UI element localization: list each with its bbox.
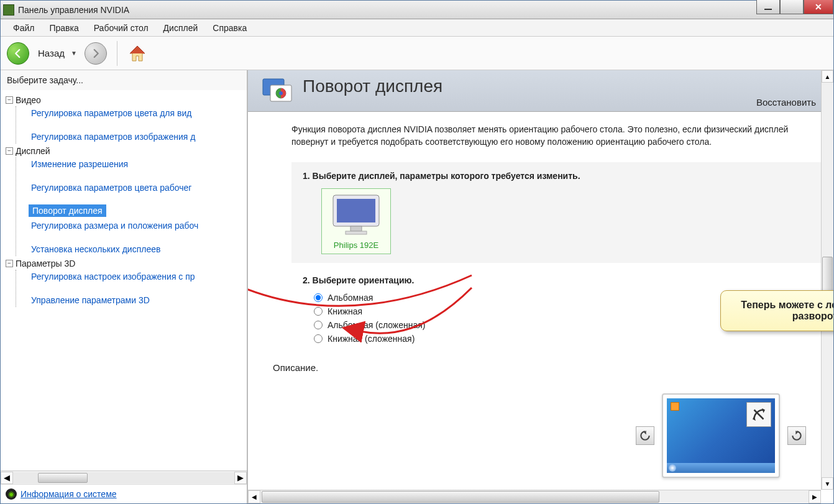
svg-point-3 (279, 91, 283, 95)
radio-label: Книжная (сложенная) (328, 334, 415, 344)
toolbar-separator (117, 41, 117, 66)
tree-item[interactable]: Изменение разрешения (29, 157, 247, 171)
arrow-left-icon (12, 48, 24, 59)
tree-item[interactable]: Регулировка параметров цвета рабочег (29, 181, 247, 195)
callout-text: Теперь можете с легкостью выполнить разв… (741, 300, 833, 321)
radio-label: Альбомная (328, 293, 373, 303)
step1-label: 1. Выберите дисплей, параметры которого … (303, 171, 817, 181)
menu-file[interactable]: Файл (6, 21, 42, 35)
system-info-link[interactable]: Информация о системе (21, 489, 117, 499)
start-button-icon (669, 464, 676, 472)
maximize-button[interactable] (780, 0, 804, 14)
home-icon (127, 44, 147, 63)
section-select-display: 1. Выберите дисплей, параметры которого … (291, 162, 828, 263)
tree-item[interactable]: Установка нескольких дисплеев (29, 242, 247, 256)
scroll-right-button[interactable]: ▶ (234, 472, 247, 484)
svg-rect-7 (346, 231, 367, 234)
menu-edit[interactable]: Правка (42, 21, 86, 35)
menubar: Файл Правка Рабочий стол Дисплей Справка (1, 19, 833, 37)
rotate-ccw-icon (639, 429, 651, 442)
radio-input[interactable] (314, 293, 323, 302)
forward-button[interactable] (85, 42, 107, 65)
tree-item[interactable]: Регулировка размера и положения рабоч (29, 219, 247, 232)
main-h-scrollbar[interactable]: ◀ ▶ (248, 490, 821, 503)
radio-input[interactable] (314, 321, 323, 329)
scroll-thumb[interactable] (262, 491, 659, 503)
sidebar-h-scrollbar[interactable]: ◀ ▶ (1, 470, 247, 484)
tree-item[interactable]: Регулировка настроек изображения с пр (29, 270, 247, 283)
arrow-right-icon (90, 48, 101, 59)
menu-display[interactable]: Дисплей (156, 21, 206, 35)
app-icon (3, 4, 14, 16)
close-button[interactable] (804, 0, 833, 14)
tree-item-rotate-display[interactable]: Поворот дисплея (29, 204, 106, 217)
rotate-overlay-icon (746, 402, 771, 427)
tree-item[interactable]: Регулировка параметров цвета для вид (29, 106, 247, 120)
sidebar-header: Выберите задачу... (1, 70, 247, 90)
scroll-left-button[interactable]: ◀ (248, 490, 260, 503)
menu-help[interactable]: Справка (205, 21, 254, 35)
page-header-icon (259, 76, 294, 108)
menu-desktop[interactable]: Рабочий стол (86, 21, 156, 35)
footer-label: Описание. (273, 362, 828, 373)
monitor-label: Philips 192E (328, 241, 384, 250)
restore-link[interactable]: Восстановить (756, 97, 816, 108)
rotate-cw-icon (790, 429, 803, 442)
back-dropdown-caret[interactable]: ▼ (71, 50, 77, 57)
sidebar: Выберите задачу... − Видео Регулировка п… (1, 70, 248, 503)
monitor-icon (328, 193, 384, 236)
desktop-shortcut-icon (671, 402, 679, 411)
tree-group-3d[interactable]: − Параметры 3D (6, 257, 247, 270)
group-title: Параметры 3D (16, 259, 75, 268)
preview-screen (667, 398, 775, 473)
minimize-button[interactable] (756, 0, 780, 14)
tree-item[interactable]: Управление параметрами 3D (29, 293, 247, 307)
svg-rect-5 (337, 199, 375, 222)
radio-input[interactable] (314, 334, 323, 343)
tree-group-video[interactable]: − Видео (6, 94, 247, 106)
scroll-thumb[interactable] (38, 473, 88, 483)
display-thumbnail[interactable]: Philips 192E (321, 188, 391, 254)
window-title: Панель управления NVIDIA (18, 5, 129, 15)
back-label: Назад (38, 48, 65, 58)
page-description: Функция поворота дисплея NVIDIA позволяе… (291, 123, 807, 149)
page-header: Поворот дисплея Восстановить (248, 70, 833, 112)
radio-label: Книжная (328, 306, 362, 316)
main-panel: Поворот дисплея Восстановить Функция пов… (248, 70, 833, 503)
main-v-scrollbar[interactable]: ▲ ▼ (821, 70, 833, 490)
radio-label: Альбомная (сложенная) (328, 320, 425, 330)
collapse-icon[interactable]: − (6, 96, 13, 104)
collapse-icon[interactable]: − (6, 147, 13, 155)
radio-input[interactable] (314, 307, 323, 316)
system-info-row: ◉ Информация о системе (1, 484, 247, 503)
home-button[interactable] (127, 44, 147, 63)
group-title: Дисплей (16, 146, 50, 156)
preview-monitor (662, 393, 780, 478)
group-title: Видео (16, 95, 41, 105)
collapse-icon[interactable]: − (6, 260, 13, 267)
annotation-callout: Теперь можете с легкостью выполнить разв… (720, 290, 833, 331)
scroll-up-button[interactable]: ▲ (822, 70, 833, 83)
svg-rect-6 (351, 226, 362, 231)
scroll-left-button[interactable]: ◀ (1, 472, 13, 484)
step2-label: 2. Выберите ориентацию. (303, 275, 817, 285)
rotate-cw-button[interactable] (787, 426, 806, 445)
scroll-right-button[interactable]: ▶ (809, 490, 821, 503)
back-button[interactable] (7, 42, 29, 65)
radio-portrait-flipped[interactable]: Книжная (сложенная) (314, 334, 817, 344)
titlebar: Панель управления NVIDIA (1, 1, 833, 19)
orientation-preview (636, 393, 806, 478)
rotate-ccw-button[interactable] (636, 426, 654, 445)
tree-group-display[interactable]: − Дисплей (6, 145, 247, 157)
toolbar: Назад ▼ (1, 37, 833, 70)
info-icon: ◉ (6, 488, 17, 500)
scroll-down-button[interactable]: ▼ (822, 477, 833, 490)
tree-item[interactable]: Регулировка параметров изображения д (29, 130, 247, 144)
taskbar-icon (667, 463, 775, 473)
page-title: Поворот дисплея (303, 76, 822, 96)
task-tree: − Видео Регулировка параметров цвета для… (1, 90, 247, 470)
